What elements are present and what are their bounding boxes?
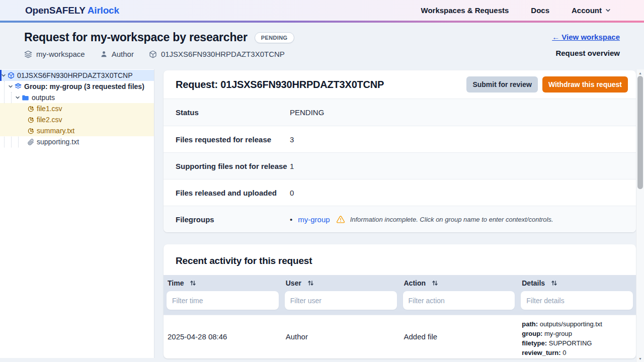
detail-line: filetype: SUPPORTING [522, 338, 632, 348]
warning-icon [336, 215, 345, 224]
submit-for-review-button[interactable]: Submit for review [466, 76, 537, 93]
tree-item-label: file1.csv [37, 105, 62, 113]
tree-item-request-root[interactable]: 01JSXS6FN930HRPDAZT3X0TCNP [0, 70, 154, 81]
detail-line: review_turn: 0 [522, 348, 632, 357]
content: 01JSXS6FN930HRPDAZT3X0TCNP Group: my-gro… [0, 69, 644, 362]
brand-logo[interactable]: OpenSAFELY Airlock [25, 5, 119, 16]
brand-secondary: Airlock [88, 5, 119, 16]
tree-item-summary[interactable]: summary.txt [0, 125, 154, 136]
scrollbar-down-arrow[interactable]: ▼ [636, 355, 644, 362]
info-row-status: Status PENDING [164, 99, 636, 126]
filter-user-input[interactable] [285, 291, 397, 310]
info-label: Filegroups [176, 215, 290, 224]
paperclip-icon [28, 139, 34, 145]
filegroup-warning-text: Information incomplete. Click on group n… [350, 216, 553, 223]
meta-author: Author [100, 50, 134, 58]
tree-item-label: outputs [32, 94, 55, 102]
info-value: PENDING [290, 108, 324, 117]
page-header: Request for my-workspace by researcher P… [0, 23, 644, 69]
detail-value: 0 [562, 349, 566, 356]
sort-details-header[interactable]: Details [518, 275, 636, 291]
view-workspace-link[interactable]: ← View workspace [552, 33, 620, 41]
meta-workspace: my-workspace [24, 50, 85, 58]
main-panel: Request: 01JSXS6FN930HRPDAZT3X0TCNP Subm… [154, 69, 644, 362]
info-value: 1 [290, 162, 294, 170]
detail-key: path: [522, 320, 538, 328]
column-label: User [286, 279, 301, 287]
layers-icon [24, 50, 32, 58]
detail-key: filetype: [522, 339, 547, 347]
scrollbar-up-arrow[interactable]: ▲ [636, 69, 644, 76]
sort-time-header[interactable]: Time [164, 275, 282, 291]
tree-item-file2[interactable]: file2.csv [0, 114, 154, 125]
activity-user: Author [282, 315, 400, 358]
user-icon [100, 50, 108, 58]
tree-item-supporting[interactable]: supporting.txt [0, 136, 154, 147]
nav-docs[interactable]: Docs [531, 6, 549, 15]
navbar: OpenSAFELY Airlock Workspaces & Requests… [0, 0, 644, 21]
page-scrollbar[interactable]: ▲ ▼ [636, 69, 644, 362]
detail-value: my-group [544, 330, 572, 337]
filter-details-input[interactable] [521, 291, 633, 310]
brand-primary: OpenSAFELY [25, 5, 85, 16]
cube-icon [8, 72, 15, 79]
tree-item-label: summary.txt [37, 127, 74, 135]
meta-request-id: 01JSXS6FN930HRPDAZT3X0TCNP [149, 50, 285, 58]
detail-value: SUPPORTING [549, 339, 592, 347]
page-title: Request for my-workspace by researcher [24, 31, 248, 44]
filegroup-link[interactable]: my-group [298, 215, 330, 224]
info-label: Files released and uploaded [176, 189, 290, 197]
request-card-title: Request: 01JSXS6FN930HRPDAZT3X0TCNP [176, 79, 384, 90]
info-row-supporting-files: Supporting files not for release 1 [164, 152, 636, 179]
meta-workspace-label: my-workspace [36, 50, 85, 58]
request-overview-label: Request overview [552, 49, 620, 57]
tree-item-label: Group: my-group (3 requested files) [24, 82, 144, 90]
filter-action-input[interactable] [403, 291, 515, 310]
info-value: 0 [290, 189, 294, 197]
activity-action: Added file [400, 315, 518, 358]
tree-item-group[interactable]: Group: my-group (3 requested files) [0, 81, 154, 92]
meta-request-id-label: 01JSXS6FN930HRPDAZT3X0TCNP [161, 50, 285, 58]
sort-icon [308, 280, 313, 286]
column-label: Time [168, 279, 184, 287]
tree-item-outputs-folder[interactable]: outputs [0, 92, 154, 103]
info-row-files-requested: Files requested for release 3 [164, 126, 636, 152]
info-value: 3 [290, 135, 294, 144]
column-label: Details [522, 279, 545, 287]
info-row-files-released: Files released and uploaded 0 [164, 179, 636, 206]
tree-item-label: 01JSXS6FN930HRPDAZT3X0TCNP [17, 71, 133, 79]
recent-activity-card: Recent activity for this request Time Us… [164, 244, 636, 358]
tree-item-label: file2.csv [37, 116, 62, 124]
nav-account-menu[interactable]: Account [572, 6, 611, 15]
layers-icon [15, 83, 22, 90]
info-row-filegroups: Filegroups • my-group Information incomp… [164, 206, 636, 232]
pie-chart-icon [28, 106, 34, 112]
pie-chart-icon [28, 117, 34, 123]
detail-key: group: [522, 330, 542, 337]
file-tree-sidebar: 01JSXS6FN930HRPDAZT3X0TCNP Group: my-gro… [0, 69, 154, 358]
filter-time-input[interactable] [167, 291, 279, 310]
detail-line: group: my-group [522, 329, 632, 338]
scrollbar-thumb[interactable] [637, 76, 643, 189]
detail-key: review_turn: [522, 349, 560, 356]
bullet: • [290, 215, 292, 224]
nav-account-label: Account [572, 6, 602, 15]
nav-workspaces-requests[interactable]: Workspaces & Requests [421, 6, 509, 15]
chevron-down-icon[interactable] [15, 95, 20, 100]
detail-value: outputs/supporting.txt [540, 320, 602, 328]
info-label: Files requested for release [176, 135, 290, 144]
activity-row: 2025-04-28 08:46 Author Added file path:… [164, 315, 636, 358]
activity-filter-row [164, 291, 636, 315]
status-badge: PENDING [255, 32, 294, 43]
folder-icon [22, 95, 29, 101]
tree-item-label: supporting.txt [37, 138, 79, 146]
sort-action-header[interactable]: Action [400, 275, 518, 291]
withdraw-request-button[interactable]: Withdraw this request [542, 76, 628, 93]
activity-table-header: Time User Action Details [164, 275, 636, 291]
chevron-down-icon[interactable] [8, 84, 13, 89]
info-label: Supporting files not for release [176, 162, 290, 170]
tree-item-file1[interactable]: file1.csv [0, 103, 154, 114]
sort-user-header[interactable]: User [282, 275, 400, 291]
detail-line: path: outputs/supporting.txt [522, 319, 632, 329]
chevron-down-icon[interactable] [1, 73, 6, 78]
